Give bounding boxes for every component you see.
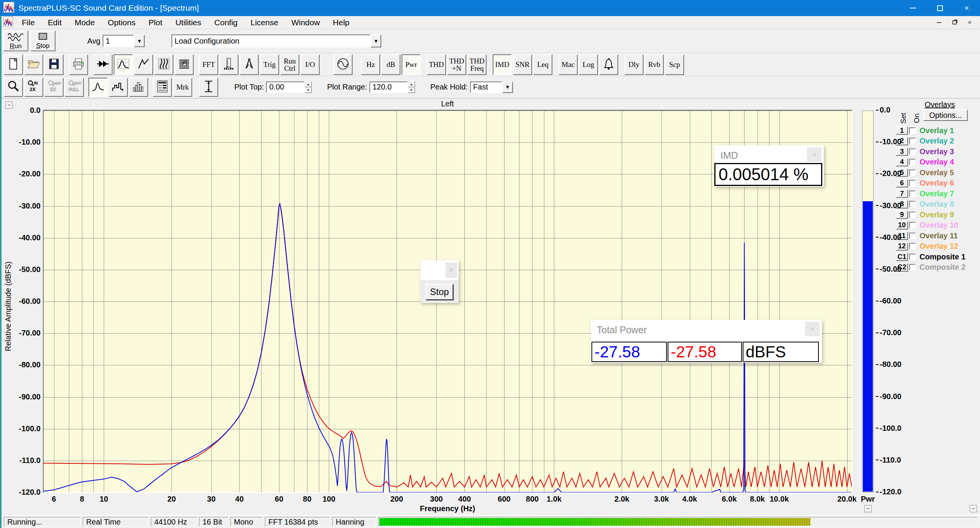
line-plot-style-button[interactable]	[88, 78, 108, 97]
run-button[interactable]: Run	[3, 31, 28, 51]
bar-plot-style-button[interactable]	[129, 78, 148, 97]
peak-hold-select[interactable]: Fast ▼	[470, 81, 513, 93]
print-button[interactable]	[69, 54, 88, 75]
minimize-button[interactable]	[900, 0, 926, 16]
scope-button[interactable]: Scp	[665, 54, 684, 75]
overlay-9-on-checkbox[interactable]	[909, 212, 916, 218]
menu-edit[interactable]: Edit	[41, 18, 68, 27]
overlay-9-set-button[interactable]: 9	[896, 210, 908, 219]
load-configuration-arrow[interactable]: ▼	[371, 34, 381, 47]
plot-range-spinner[interactable]: ▲▼	[408, 81, 415, 93]
total-power-button[interactable]: Pwr	[402, 54, 421, 75]
menu-mode[interactable]: Mode	[68, 18, 101, 27]
spectrogram-view-button[interactable]	[154, 54, 173, 75]
run-control-button[interactable]: Run Ctrl	[280, 54, 299, 75]
overlay-4-set-button[interactable]: 4	[896, 158, 908, 166]
overlay-1-on-checkbox[interactable]	[909, 127, 916, 134]
overlay-8-on-checkbox[interactable]	[909, 201, 916, 207]
menu-options[interactable]: Options	[101, 18, 142, 27]
io-device-button[interactable]: I/O	[301, 54, 320, 75]
open-file-button[interactable]	[24, 54, 43, 75]
plot-range-input[interactable]: 120.0	[369, 81, 408, 93]
trigger-button[interactable]: Trig	[260, 54, 279, 75]
zoom-out-full-button[interactable]: OUTFULL	[65, 78, 84, 97]
overlay-C2-on-checkbox[interactable]	[909, 264, 916, 271]
menu-help[interactable]: Help	[327, 18, 356, 27]
mdi-close-button[interactable]: ×	[965, 18, 975, 27]
delay-button[interactable]: Dly	[624, 54, 644, 75]
calibration-button[interactable]	[240, 54, 259, 75]
spin-up-icon[interactable]: ▲	[304, 81, 312, 87]
save-file-button[interactable]	[44, 54, 64, 75]
overlay-1-set-button[interactable]: 1	[896, 126, 908, 135]
time-series-view-button[interactable]	[134, 54, 153, 75]
markers-button[interactable]: Mrk	[173, 78, 192, 97]
overlay-C1-set-button[interactable]: C1	[896, 253, 908, 261]
menu-config[interactable]: Config	[208, 18, 244, 27]
mdi-restore-button[interactable]	[949, 18, 959, 27]
surface-view-button[interactable]	[175, 54, 194, 75]
step-plot-style-button[interactable]	[109, 78, 128, 97]
collapse-power-bar-button[interactable]: −	[864, 505, 872, 512]
overlay-10-on-checkbox[interactable]	[909, 222, 916, 228]
mdi-minimize-button[interactable]	[934, 18, 944, 27]
fft-settings-button[interactable]: FFT	[199, 54, 218, 75]
overlay-12-set-button[interactable]: 12	[896, 242, 908, 251]
overlay-3-set-button[interactable]: 3	[896, 147, 908, 156]
overlay-10-set-button[interactable]: 10	[896, 221, 908, 230]
thd-button[interactable]: THD	[427, 54, 446, 75]
avg-combo[interactable]: 1 ▼	[103, 35, 145, 47]
zoom-in-2x-button[interactable]: IN2X	[24, 78, 43, 97]
spectrum-view-button[interactable]	[114, 54, 133, 75]
spin-down-icon[interactable]: ▼	[304, 87, 312, 93]
menu-plot[interactable]: Plot	[142, 18, 169, 27]
overlay-7-on-checkbox[interactable]	[909, 191, 916, 197]
spin-down-icon[interactable]: ▼	[408, 87, 415, 93]
amplitude-units-button[interactable]: dB	[381, 54, 400, 75]
menu-file[interactable]: File	[15, 18, 41, 27]
imd-popup-close-button[interactable]: ×	[807, 147, 822, 162]
stop-dialog-stop-button[interactable]: Stop	[426, 284, 453, 300]
reverb-button[interactable]: Rvb	[645, 54, 664, 75]
macro-button[interactable]: Mac	[559, 54, 578, 75]
overlay-12-on-checkbox[interactable]	[909, 243, 916, 249]
load-configuration-combo[interactable]: Load Configuration ▼	[172, 34, 381, 47]
menu-license[interactable]: License	[244, 18, 285, 27]
fast-forward-button[interactable]	[93, 54, 113, 75]
maximize-button[interactable]	[926, 0, 953, 16]
overlay-4-on-checkbox[interactable]	[909, 159, 916, 165]
logging-button[interactable]: Log	[579, 54, 598, 75]
legend-button[interactable]	[153, 78, 172, 97]
overlay-C1-on-checkbox[interactable]	[909, 254, 916, 260]
spin-up-icon[interactable]: ▲	[408, 81, 415, 87]
imd-button[interactable]: IMD	[493, 54, 512, 75]
close-button[interactable]: ×	[953, 0, 980, 16]
amplitude-range-button[interactable]	[199, 78, 218, 97]
overlay-2-on-checkbox[interactable]	[909, 138, 916, 144]
avg-combo-arrow[interactable]: ▼	[134, 35, 145, 47]
signal-generator-button[interactable]	[333, 54, 353, 75]
menu-utilities[interactable]: Utilities	[169, 18, 208, 27]
plot-top-spinner[interactable]: ▲▼	[304, 81, 312, 93]
leq-button[interactable]: Leq	[533, 54, 552, 75]
zoom-out-2x-button[interactable]: OUT2X	[44, 78, 64, 97]
overlay-5-on-checkbox[interactable]	[909, 169, 916, 176]
zoom-button[interactable]	[4, 78, 23, 97]
peak-hold-arrow[interactable]: ▼	[502, 81, 513, 93]
stop-button[interactable]: Stop	[30, 31, 56, 51]
collapse-overlays-button[interactable]: −	[970, 505, 977, 512]
scaling-button[interactable]	[219, 54, 238, 75]
thd-plus-n-button[interactable]: THD +N	[447, 54, 466, 75]
new-file-button[interactable]	[4, 54, 23, 75]
snr-button[interactable]: SNR	[513, 54, 532, 75]
total-power-popup-close-button[interactable]: ×	[805, 322, 820, 336]
overlay-7-set-button[interactable]: 7	[896, 189, 908, 198]
thd-freq-button[interactable]: THD Freq	[467, 54, 487, 75]
overlay-6-on-checkbox[interactable]	[909, 180, 916, 186]
overlay-6-set-button[interactable]: 6	[896, 179, 908, 187]
overlay-3-on-checkbox[interactable]	[909, 148, 916, 155]
plot-top-input[interactable]: 0.00	[266, 81, 304, 93]
alarm-button[interactable]	[599, 54, 618, 75]
frequency-units-button[interactable]: Hz	[361, 54, 380, 75]
menu-window[interactable]: Window	[285, 18, 327, 27]
